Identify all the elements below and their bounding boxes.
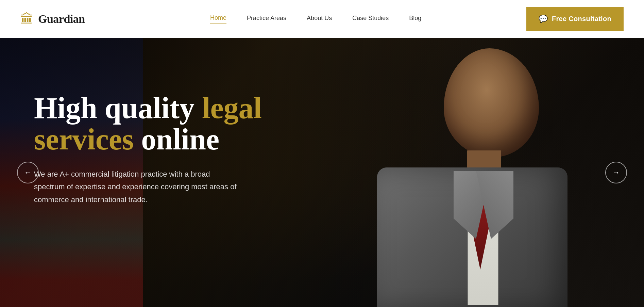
hero-title-gold-1: legal xyxy=(202,92,262,125)
free-consultation-button[interactable]: 💬 Free Consultation xyxy=(526,7,624,31)
nav-item-about-us[interactable]: About Us xyxy=(307,15,332,23)
nav-item-home[interactable]: Home xyxy=(210,14,226,23)
hero-title-white-1: High quality xyxy=(34,92,194,125)
hero-person-area xyxy=(328,38,617,307)
courthouse-icon: 🏛 xyxy=(20,13,33,26)
chat-icon: 💬 xyxy=(539,15,548,23)
site-header: 🏛 Guardian Home Practice Areas About Us … xyxy=(0,0,644,38)
nav-item-blog[interactable]: Blog xyxy=(409,15,421,23)
nav-item-case-studies[interactable]: Case Studies xyxy=(352,15,389,23)
slider-next-button[interactable]: → xyxy=(605,162,627,183)
arrow-right-icon: → xyxy=(612,168,620,177)
hero-section: High quality legal services online We ar… xyxy=(0,38,644,307)
hero-title-gold-2: services xyxy=(34,123,134,156)
logo-link[interactable]: 🏛 Guardian xyxy=(20,13,85,26)
hero-content: High quality legal services online We ar… xyxy=(34,93,262,206)
nav-item-practice-areas[interactable]: Practice Areas xyxy=(247,15,286,23)
cta-label: Free Consultation xyxy=(552,15,611,23)
slider-prev-button[interactable]: ← xyxy=(17,162,39,183)
main-nav: Home Practice Areas About Us Case Studie… xyxy=(105,14,526,23)
hero-title-white-3: online xyxy=(141,123,219,156)
hero-title: High quality legal services online xyxy=(34,93,262,156)
person-head xyxy=(444,48,539,157)
logo-text: Guardian xyxy=(38,13,85,26)
hero-subtitle: We are A+ commercial litigation practice… xyxy=(34,168,238,206)
arrow-left-icon: ← xyxy=(24,168,32,177)
